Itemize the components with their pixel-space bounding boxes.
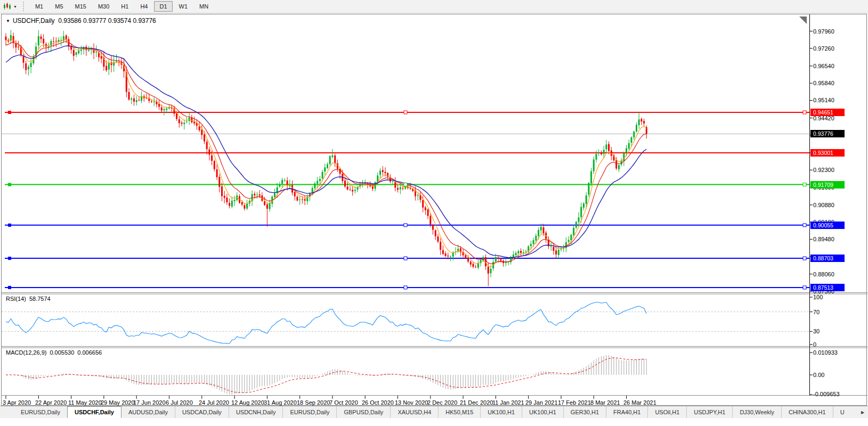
chart-tab-eurusd-daily[interactable]: EURUSD,Daily (14, 406, 67, 418)
chart-window: ▼USDCHF,Daily 0.93586 0.93777 0.93574 0.… (1, 14, 867, 406)
macd-axis-label: -0.009653 (813, 391, 840, 397)
chart-tab-u[interactable]: U (833, 406, 851, 418)
level-handle-left[interactable] (8, 183, 11, 186)
rsi-name: RSI(14) (6, 296, 26, 302)
level-price-badge: 0.94651 (810, 109, 845, 116)
chart-tab-xauusd-h4[interactable]: XAUUSD,H4 (390, 406, 438, 418)
chart-tab-usdcnh-daily[interactable]: USDCNH,Daily (229, 406, 283, 418)
date-axis-label: 21 Dec 2020 (460, 399, 493, 406)
timeframe-buttons: M1M5M15M30H1H4D1W1MN (29, 1, 214, 12)
timeframe-button-m5[interactable]: M5 (50, 1, 68, 12)
chart-tab-fra40-h1[interactable]: FRA40,H1 (606, 406, 647, 418)
rsi-axis-label: 30 (813, 328, 820, 334)
rsi-axis-label: 100 (813, 294, 823, 300)
level-handle-left[interactable] (8, 286, 11, 289)
level-handle-left[interactable] (8, 257, 11, 260)
chart-tab-eurusd-daily[interactable]: EURUSD,Daily (282, 406, 336, 418)
level-handle-right[interactable] (803, 183, 806, 186)
timeframe-button-m30[interactable]: M30 (93, 1, 115, 12)
timeframe-button-h1[interactable]: H1 (116, 1, 134, 12)
rsi-indicator-label: RSI(14)58.7574 (6, 296, 54, 302)
ma-slow-line (6, 46, 646, 258)
chart-tab-ger30-h1[interactable]: GER30,H1 (563, 406, 606, 418)
chart-tab-uk100-h1[interactable]: UK100,H1 (522, 406, 563, 418)
timeframe-toolbar: ▼ M1M5M15M30H1H4D1W1MN (0, 0, 868, 13)
y-axis-tick-label: 0.95840 (813, 80, 834, 86)
timeframe-button-m1[interactable]: M1 (30, 1, 48, 12)
macd-value-main: 0.005530 (50, 349, 74, 356)
rsi-value: 58.7574 (29, 296, 51, 302)
level-handle-center[interactable] (404, 286, 407, 289)
macd-axis-label: 0.010933 (813, 349, 838, 356)
timeframe-button-w1[interactable]: W1 (174, 1, 193, 12)
date-axis-label: 7 Oct 2020 (329, 399, 358, 406)
chart-tool-icon[interactable] (2, 2, 13, 11)
level-handle-right[interactable] (803, 257, 806, 260)
level-price-badge: 0.90055 (810, 222, 845, 229)
timeframe-button-mn[interactable]: MN (194, 1, 214, 12)
date-axis-label: 12 Aug 2020 (231, 399, 264, 406)
rsi-axis-label: 70 (813, 309, 820, 315)
chart-tab-gbpusd-daily[interactable]: GBPUSD,Daily (336, 406, 390, 418)
window-footer-space (0, 418, 868, 426)
chart-tab-china300-h1[interactable]: CHINA300,H1 (781, 406, 833, 418)
chevron-down-icon[interactable]: ▼ (13, 5, 17, 9)
timeframe-button-h4[interactable]: H4 (135, 1, 153, 12)
level-price-badge: 0.88703 (810, 255, 845, 262)
date-axis-label: 29 May 2020 (101, 399, 135, 406)
timeframe-button-d1[interactable]: D1 (154, 1, 172, 12)
level-price-badge: 0.91709 (810, 181, 845, 189)
y-axis-tick-label: 0.89480 (813, 236, 834, 242)
date-axis-label: 24 Jul 2020 (199, 399, 229, 406)
chart-tab-usdchf-daily[interactable]: USDCHF,Daily (67, 406, 121, 418)
chart-shift-triangle[interactable] (799, 17, 807, 24)
chart-tab-hk50-m15[interactable]: HK50,M15 (438, 406, 480, 418)
level-handle-left[interactable] (8, 111, 11, 114)
macd-signal-line (6, 358, 646, 393)
rsi-line (6, 302, 646, 344)
date-axis-label: 6 Jul 2020 (166, 399, 193, 406)
macd-indicator-label: MACD(12,26,9)0.0055300.006656 (6, 349, 105, 356)
date-axis-label: 31 Aug 2020 (264, 399, 297, 406)
level-handle-right[interactable] (803, 111, 806, 114)
level-handle-center[interactable] (404, 224, 407, 227)
level-handle-right[interactable] (803, 286, 806, 289)
y-axis-tick-label: 0.97260 (813, 45, 834, 52)
chart-tab-dj30-weekly[interactable]: DJ30,Weekly (732, 406, 781, 418)
y-axis-tick-label: 0.95140 (813, 97, 834, 103)
chart-tab-audusd-daily[interactable]: AUDUSD,Daily (121, 406, 175, 418)
level-handle-center[interactable] (404, 257, 407, 260)
date-axis-label: 22 Apr 2020 (35, 399, 67, 406)
macd-value-signal: 0.006656 (77, 349, 102, 356)
date-axis-label: 11 Jan 2021 (492, 399, 524, 406)
chart-tab-usdcad-daily[interactable]: USDCAD,Daily (175, 406, 229, 418)
date-axis-label: 26 Oct 2020 (362, 399, 394, 406)
y-axis-tick-label: 0.97960 (813, 28, 834, 35)
timeframe-button-m15[interactable]: M15 (70, 1, 92, 12)
y-axis-tick-label: 0.90880 (813, 202, 834, 208)
date-axis-label: 13 Nov 2020 (395, 399, 428, 406)
y-axis-tick-label: 0.96540 (813, 63, 834, 69)
chevron-down-icon[interactable]: ▼ (6, 19, 10, 23)
chart-tab-uk100-h1[interactable]: UK100,H1 (480, 406, 522, 418)
candles-layer (5, 30, 647, 286)
mt4-window: ▼ M1M5M15M30H1H4D1W1MN ▼USDCHF,Daily 0.9… (0, 0, 868, 426)
main-chart-canvas[interactable] (2, 14, 867, 406)
macd-axis-label: 0.00 (813, 372, 824, 378)
chart-tab-bar: EURUSD,DailyUSDCHF,DailyAUDUSD,DailyUSDC… (0, 406, 868, 418)
chart-tab-usoil-h1[interactable]: USOil,H1 (647, 406, 686, 418)
rsi-axis-label: 0 (813, 341, 816, 348)
level-handle-center[interactable] (404, 183, 407, 186)
y-axis-tick-label: 0.88060 (813, 271, 834, 277)
date-axis-label: 8 Mar 2021 (590, 399, 620, 406)
level-handle-center[interactable] (404, 111, 407, 114)
level-handle-right[interactable] (803, 224, 806, 227)
tab-scroll-right-icon[interactable]: ▶ (858, 408, 867, 416)
level-price-badge: 0.93001 (810, 149, 845, 157)
date-axis-label: 29 Jan 2021 (525, 399, 558, 406)
current-price-badge: 0.93776 (810, 130, 845, 137)
chart-title: ▼USDCHF,Daily 0.93586 0.93777 0.93574 0.… (6, 17, 156, 24)
level-handle-left[interactable] (8, 224, 11, 227)
macd-name: MACD(12,26,9) (6, 349, 46, 356)
chart-tab-usdjpy-h1[interactable]: USDJPY,H1 (686, 406, 732, 418)
